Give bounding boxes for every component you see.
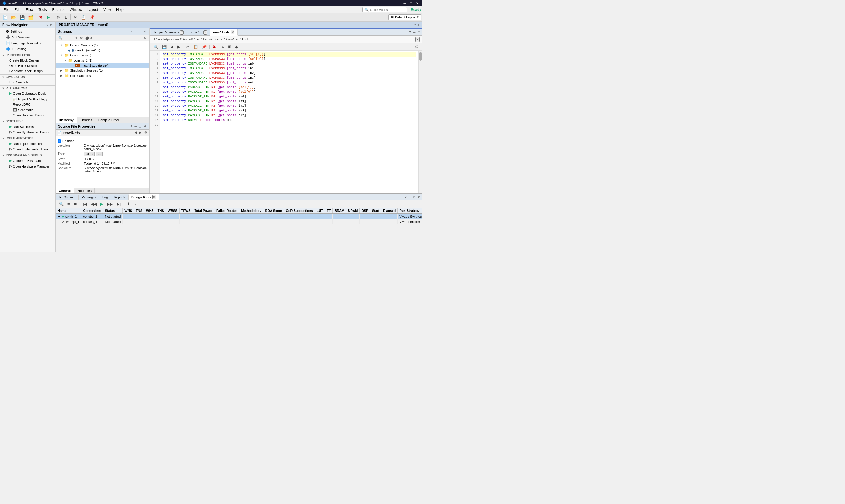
sources-gear-button[interactable]: ⚙ [143, 36, 148, 40]
dr-percent-button[interactable]: % [132, 201, 139, 207]
pm-close-button[interactable]: ✕ [417, 23, 419, 27]
code-line-5[interactable]: set_property IOSTANDARD LVCMOS33 [get_po… [163, 71, 416, 75]
menu-flow[interactable]: Flow [23, 7, 36, 12]
save-button[interactable]: 💾 [18, 14, 26, 21]
menu-edit[interactable]: Edit [12, 7, 23, 12]
nav-run-implementation[interactable]: ▶ Run Implementation [0, 141, 55, 146]
settings-button[interactable]: ⚙ [55, 14, 61, 21]
pm-help-button[interactable]: ? [414, 23, 416, 27]
dr-run-button[interactable]: ▶ [99, 201, 105, 207]
table-row[interactable]: ▷ ▶ impl_1 constrs_1 Not started [56, 219, 422, 224]
sources-refresh-button[interactable]: ⟳ [79, 36, 84, 40]
flow-nav-header-buttons[interactable]: ☰ ? ⚙ [41, 23, 53, 27]
tab-project-summary[interactable]: Project Summary ✕ [151, 29, 187, 36]
tab-hierarchy[interactable]: Hierarchy [56, 118, 77, 123]
sources-help-button[interactable]: ? [129, 30, 133, 34]
code-line-6[interactable]: set_property IOSTANDARD LVCMOS33 [get_po… [163, 75, 416, 80]
nav-schematic[interactable]: 🔲 Schematic [0, 107, 55, 113]
sfp-tab-general[interactable]: General [56, 188, 74, 193]
bottom-panel-buttons[interactable]: ? ─ □ ✕ [404, 195, 422, 199]
sources-maximize-button[interactable]: □ [138, 30, 142, 34]
tab-tcl-console[interactable]: Tcl Console [56, 195, 79, 200]
code-line-13[interactable]: set_property PACKAGE_PIN P3 [get_ports i… [163, 108, 416, 113]
dr-search-button[interactable]: 🔍 [57, 201, 65, 207]
tree-constraints[interactable]: ▼ 📁 Constraints (1) [56, 53, 149, 58]
close-mux41v-tab[interactable]: ✕ [203, 30, 207, 35]
tab-mux41xdc[interactable]: mux41.xdc ✕ [210, 29, 238, 36]
close-design-runs-tab[interactable]: ✕ [152, 195, 156, 199]
dr-add-button[interactable]: ✚ [125, 201, 131, 207]
dr-next-button[interactable]: ▶▶ [106, 201, 114, 207]
nav-settings[interactable]: ⚙ Settings [0, 29, 55, 34]
dr-first-button[interactable]: |◀ [82, 201, 88, 207]
new-project-button[interactable]: 📄 [1, 14, 9, 21]
nav-open-synthesized-design[interactable]: ▷ Open Synthesized Design [0, 129, 55, 135]
sfp-prev-button[interactable]: ◀ [133, 130, 138, 135]
tab-compile-order[interactable]: Compile Order [95, 118, 123, 123]
nav-run-simulation[interactable]: Run Simulation [0, 79, 55, 85]
tab-reports[interactable]: Reports [111, 195, 128, 200]
reports-button[interactable]: Σ [62, 14, 69, 21]
nav-open-hardware-manager[interactable]: ▷ Open Hardware Manager [0, 163, 55, 169]
sfp-help-button[interactable]: ? [129, 124, 133, 128]
editor-back-button[interactable]: ◀ [169, 44, 175, 50]
editor-maximize-button[interactable]: □ [417, 30, 421, 34]
nav-section-synthesis[interactable]: ▼ SYNTHESIS [0, 119, 55, 124]
tree-utility-sources[interactable]: ▶ 📁 Utility Sources [56, 73, 149, 78]
editor-path-close-button[interactable]: ✕ [415, 37, 419, 42]
sources-toolbar[interactable]: ? ─ □ ✕ [129, 29, 147, 34]
menu-window[interactable]: Window [67, 7, 85, 12]
nav-report-methodology[interactable]: 📊 Report Methodology [0, 96, 55, 102]
editor-forward-button[interactable]: ▶ [176, 44, 182, 50]
sfp-maximize-button[interactable]: □ [138, 124, 142, 128]
menu-view[interactable]: View [101, 7, 113, 12]
nav-generate-bitstream[interactable]: ▶ Generate Bitstream [0, 158, 55, 163]
sources-filter-button[interactable]: ⬤ 0 [85, 36, 92, 40]
copy-button[interactable]: 📋 [79, 14, 87, 21]
editor-tab-buttons[interactable]: ? ─ □ [408, 30, 422, 34]
sources-close-button[interactable]: ✕ [143, 29, 147, 34]
dr-prev-button[interactable]: ◀◀ [89, 201, 98, 207]
code-line-9[interactable]: set_property PACKAGE_PIN R1 [get_ports {… [163, 89, 416, 94]
dr-last-button[interactable]: ▶| [115, 201, 122, 207]
editor-help-button[interactable]: ? [408, 30, 412, 34]
title-bar-controls[interactable]: ─ □ ✕ [402, 1, 420, 5]
sfp-tab-properties[interactable]: Properties [74, 188, 95, 193]
nav-section-rtl-analysis[interactable]: ▼ RTL ANALYSIS [0, 85, 55, 91]
sources-expand-button[interactable]: ≣ [69, 36, 73, 40]
nav-section-simulation[interactable]: ▼ SIMULATION [0, 74, 55, 79]
tab-messages[interactable]: Messages [79, 195, 100, 200]
nav-open-elaborated-design[interactable]: ▶ Open Elaborated Design [0, 91, 55, 96]
nav-ip-catalog[interactable]: 🔷 IP Catalog [0, 46, 55, 52]
dr-collapse-button[interactable]: ≡ [66, 201, 71, 207]
code-line-1[interactable]: set_property IOSTANDARD LVCMOS33 [get_po… [163, 52, 416, 57]
editor-comment-button[interactable]: // [221, 44, 226, 50]
bottom-maximize-button[interactable]: □ [413, 195, 416, 199]
code-line-8[interactable]: set_property PACKAGE_PIN N4 [get_ports {… [163, 85, 416, 89]
flow-nav-help-button[interactable]: ? [46, 23, 49, 27]
menu-help[interactable]: Help [114, 7, 126, 12]
nav-generate-block-design[interactable]: Generate Block Design [0, 68, 55, 74]
sfp-gear-button[interactable]: ⚙ [143, 130, 148, 135]
project-manager-header-buttons[interactable]: ? ✕ [414, 23, 419, 27]
save-all-button[interactable]: 🗂️ [27, 14, 35, 21]
default-layout-button[interactable]: ⊞ Default Layout ▾ [389, 14, 421, 20]
sources-collapse-button[interactable]: ≡ [64, 36, 68, 40]
editor-paste-button[interactable]: 📌 [200, 44, 208, 50]
maximize-button[interactable]: □ [409, 1, 413, 5]
sfp-next-button[interactable]: ▶ [138, 130, 143, 135]
tab-design-runs[interactable]: Design Runs ✕ [128, 194, 159, 200]
dr-expand-button[interactable]: ≣ [72, 201, 78, 207]
tree-mux41-xdc[interactable]: xdc mux41.xdc (target) [56, 63, 149, 68]
code-line-10[interactable]: set_property PACKAGE_PIN M4 [get_ports i… [163, 94, 416, 99]
editor-cut-button[interactable]: ✂ [185, 44, 191, 50]
sfp-minimize-button[interactable]: ─ [134, 124, 138, 128]
bottom-minimize-button[interactable]: ─ [408, 195, 412, 199]
bottom-help-button[interactable]: ? [404, 195, 407, 199]
paste-button[interactable]: 📌 [88, 14, 96, 21]
type-browse-button[interactable]: ··· [96, 152, 103, 156]
tab-mux41v[interactable]: mux41.v ✕ [187, 29, 210, 36]
editor-scrollbar[interactable] [418, 51, 422, 193]
nav-section-program-debug[interactable]: ▼ PROGRAM AND DEBUG [0, 152, 55, 158]
sources-search-button[interactable]: 🔍 [57, 36, 64, 40]
